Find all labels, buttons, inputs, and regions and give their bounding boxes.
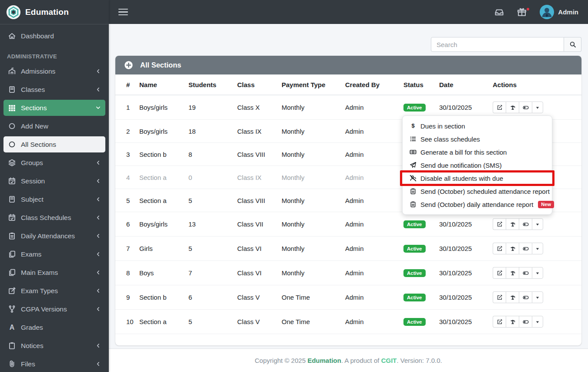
menu-item-icon	[410, 149, 417, 156]
sidebar-item-icon	[8, 287, 16, 295]
sidebar-item-label: Exams	[21, 250, 91, 258]
dropdown-menu-item[interactable]: Send due notification (SMS)	[403, 159, 552, 172]
search-button[interactable]	[564, 37, 581, 52]
cell-students: 7	[188, 261, 237, 285]
sidebar-item[interactable]: Dashboard	[3, 28, 105, 44]
cell-number: 2	[115, 120, 139, 143]
toggle-status-button[interactable]	[519, 291, 532, 303]
dropdown-menu-item[interactable]: Send (October) scheduled attendance repo…	[403, 185, 552, 198]
sidebar-item[interactable]: Exam Types	[3, 283, 105, 299]
sidebar-item[interactable]: Classes	[3, 81, 105, 98]
cell-created-by: Admin	[345, 310, 403, 334]
toggle-status-button[interactable]	[519, 218, 532, 230]
toggle-status-button[interactable]	[519, 101, 532, 113]
add-section-icon[interactable]	[124, 61, 133, 70]
cell-actions	[493, 310, 581, 334]
sidebar-item-icon	[8, 85, 16, 94]
cell-status: Active	[403, 310, 439, 334]
edit-section-button[interactable]	[493, 316, 506, 328]
toggle-status-button[interactable]	[519, 243, 532, 254]
chevron-icon	[95, 33, 101, 39]
more-actions-button[interactable]	[532, 218, 543, 230]
sidebar-item-label: Sections	[21, 104, 91, 112]
edit-section-button[interactable]	[493, 291, 506, 303]
sidebar-item[interactable]: A Grades	[3, 319, 105, 335]
students-button[interactable]	[506, 316, 519, 328]
sidebar-item[interactable]: Session	[3, 173, 105, 189]
sidebar-item[interactable]: Daily Attendances	[3, 228, 105, 244]
sidebar-item[interactable]: Add New	[3, 118, 105, 134]
cell-payment-type: Monthly	[282, 95, 345, 120]
cell-number: 4	[115, 166, 139, 189]
students-button[interactable]	[506, 101, 519, 113]
column-header: Created By	[345, 74, 403, 95]
search-icon	[569, 41, 576, 48]
more-actions-button[interactable]	[532, 101, 543, 113]
dropdown-menu-item[interactable]: See class schedules	[403, 132, 552, 145]
more-actions-button[interactable]	[532, 291, 543, 303]
edit-section-button[interactable]	[493, 218, 506, 230]
cell-created-by: Admin	[345, 189, 403, 212]
user-menu[interactable]: Admin	[540, 5, 578, 19]
sidebar-item-label: Groups	[21, 159, 91, 167]
sidebar-item-label: Notices	[21, 342, 91, 350]
students-button[interactable]	[506, 243, 519, 254]
edit-section-button[interactable]	[493, 267, 506, 279]
edit-section-button[interactable]	[493, 243, 506, 254]
cell-name: Girls	[139, 237, 188, 261]
more-actions-button[interactable]	[532, 267, 543, 279]
sidebar-item[interactable]: Notices	[3, 338, 105, 354]
edit-icon	[496, 269, 503, 277]
inbox-icon[interactable]	[494, 7, 504, 17]
sidebar-item[interactable]: Admissions	[3, 63, 105, 79]
students-button[interactable]	[506, 218, 519, 230]
cell-number: 3	[115, 143, 139, 166]
cell-date: 30/10/2025	[439, 212, 493, 237]
sidebar-item[interactable]: All Sections	[3, 136, 105, 152]
cell-students: 5	[188, 237, 237, 261]
row-actions	[493, 101, 543, 113]
toggle-icon	[522, 104, 529, 111]
dropdown-menu-item[interactable]: Generate a bill for this section	[403, 145, 552, 159]
dropdown-menu-item[interactable]: Disable all students with due	[403, 172, 552, 185]
edit-section-button[interactable]	[493, 101, 506, 113]
toggle-status-button[interactable]	[519, 267, 532, 279]
sidebar-item[interactable]: Class Schedules	[3, 210, 105, 226]
sidebar-item-icon: A	[8, 323, 16, 331]
toggle-status-button[interactable]	[519, 316, 532, 328]
copyright-text: Copyright © 2025 Edumation. A product of…	[255, 357, 442, 364]
cell-class: Class VII	[237, 212, 282, 237]
search-input[interactable]	[431, 37, 564, 52]
edit-icon	[496, 294, 503, 301]
cell-class: Class V	[237, 310, 282, 334]
more-actions-button[interactable]	[532, 316, 543, 328]
sidebar-item[interactable]: Sections	[3, 100, 105, 116]
sidebar-item[interactable]: Groups	[3, 155, 105, 171]
sidebar-item-label: Subject	[21, 196, 91, 203]
menu-toggle-icon[interactable]	[118, 9, 128, 16]
card-title: All Sections	[140, 61, 181, 69]
dropdown-menu-item[interactable]: Send (October) daily attendance report N…	[403, 198, 552, 211]
brand-logo-icon	[6, 5, 21, 20]
menu-item-icon	[410, 201, 417, 208]
chevron-icon	[95, 123, 101, 129]
sidebar-item-label: All Sections	[21, 141, 91, 149]
sidebar-item-icon	[8, 268, 16, 277]
chevron-icon	[95, 288, 101, 294]
sidebar-item[interactable]: CGPA Versions	[3, 301, 105, 317]
dropdown-menu-item[interactable]: $ Dues in section	[403, 119, 552, 132]
students-button[interactable]	[506, 291, 519, 303]
students-button[interactable]	[506, 267, 519, 279]
cell-students: 18	[188, 120, 237, 143]
sidebar-item[interactable]: Subject	[3, 191, 105, 207]
cell-date: 30/10/2025	[439, 285, 493, 310]
gift-icon[interactable]	[517, 7, 527, 17]
sidebar-item[interactable]: Main Exams	[3, 264, 105, 281]
sidebar-item[interactable]: Exams	[3, 246, 105, 262]
sidebar-item-label: Daily Attendances	[21, 232, 91, 240]
sidebar-item[interactable]: Files	[3, 356, 105, 372]
more-actions-button[interactable]	[532, 243, 543, 254]
cell-status: Active	[403, 285, 439, 310]
brand[interactable]: Edumation	[0, 0, 109, 24]
cell-status: Active	[403, 237, 439, 261]
